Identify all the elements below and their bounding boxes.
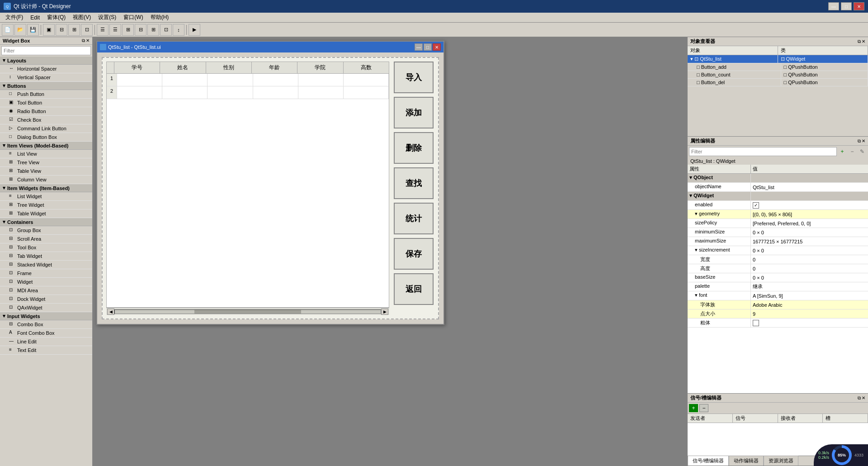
td-cell[interactable] <box>117 74 162 86</box>
menu-window[interactable]: 窗体(Q) <box>43 13 69 22</box>
import-button[interactable]: 导入 <box>394 62 434 93</box>
widget-item-tree-view[interactable]: ⊞ Tree View <box>0 158 92 167</box>
query-button[interactable]: 查找 <box>394 167 434 199</box>
widget-item-frame[interactable]: ⊡ Frame <box>0 269 92 278</box>
td-cell[interactable] <box>117 86 162 99</box>
widget-item-tool-button[interactable]: ▣ Tool Button <box>0 99 92 107</box>
obj-float-icon[interactable]: ⧉ <box>858 39 861 44</box>
tb-layout-hb[interactable]: ☰ <box>97 24 108 36</box>
td-cell[interactable] <box>208 74 253 86</box>
insp-row-main[interactable]: ▾ ⊡ QtStu_list ⊡ QWidget <box>688 55 868 63</box>
widget-item-vert-spacer[interactable]: ↕ Vertical Spacer <box>0 73 92 82</box>
menu-file[interactable]: 文件(F) <box>2 13 27 22</box>
category-input-widgets[interactable]: ▾ Input Widgets <box>0 312 92 320</box>
scroll-left-btn[interactable]: ◀ <box>107 309 114 315</box>
bold-checkbox[interactable] <box>753 320 759 326</box>
insp-row-btn-count[interactable]: □ Button_count □ QPushButton <box>688 71 868 79</box>
prop-row-minimumsize[interactable]: minimumSize 0 × 0 <box>688 228 868 237</box>
widget-item-dialog-btn-box[interactable]: □ Dialog Button Box <box>0 133 92 142</box>
widget-item-widget[interactable]: ⊡ Widget <box>0 278 92 286</box>
prop-value-field[interactable]: 0 × 0 <box>751 246 868 255</box>
title-bar-controls[interactable]: — □ ✕ <box>828 2 864 10</box>
maximize-button[interactable]: □ <box>841 2 852 10</box>
tb-layout-v[interactable]: ⊞ <box>68 24 80 36</box>
tb-layout-vb[interactable]: ☰ <box>109 24 121 36</box>
tb-preview[interactable]: ▶ <box>189 24 200 36</box>
prop-add-btn[interactable]: + <box>838 147 847 156</box>
tab-actions[interactable]: 动作编辑器 <box>729 456 764 466</box>
td-cell[interactable] <box>344 74 389 86</box>
widget-item-table-view[interactable]: ⊞ Table View <box>0 167 92 176</box>
td-cell[interactable] <box>253 74 298 86</box>
prop-float-icon[interactable]: ⧉ <box>858 138 861 144</box>
tb-grid[interactable]: ⊞ <box>122 24 134 36</box>
save-button[interactable]: 保存 <box>394 238 434 270</box>
prop-value-field[interactable]: [Preferred, Preferred, 0, 0] <box>751 219 868 228</box>
menu-view[interactable]: 视图(V) <box>69 13 94 22</box>
enabled-checkbox[interactable] <box>753 202 759 209</box>
widget-item-horiz-spacer[interactable]: ↔ Horizontal Spacer <box>0 65 92 73</box>
category-containers[interactable]: ▾ Containers <box>0 218 92 226</box>
widget-item-table-widget[interactable]: ⊞ Table Widget <box>0 209 92 218</box>
table-scrollbar[interactable]: ◀ ▶ <box>106 308 389 315</box>
insp-row-btn-add[interactable]: □ Button_add □ QPushButton <box>688 63 868 71</box>
tb-widget[interactable]: ▣ <box>43 24 55 36</box>
tb-save[interactable]: 💾 <box>27 24 39 36</box>
signal-close-icon[interactable]: ✕ <box>862 395 865 401</box>
scroll-track[interactable] <box>114 309 381 314</box>
prop-row-geometry[interactable]: ▾ geometry [(0, 0), 965 × 806] <box>688 210 868 219</box>
prop-value-field[interactable] <box>751 201 868 209</box>
tb-layout-h[interactable]: ⊟ <box>56 24 67 36</box>
widget-box-float-icon[interactable]: ⧉ <box>82 38 85 43</box>
td-cell[interactable] <box>253 86 298 99</box>
prop-close-icon[interactable]: ✕ <box>862 138 865 144</box>
prop-row-height[interactable]: 高度 0 <box>688 264 868 273</box>
widget-item-check-box[interactable]: ☑ Check Box <box>0 116 92 124</box>
sub-close-btn[interactable]: ✕ <box>433 43 441 51</box>
signal-float-icon[interactable]: ⧉ <box>858 395 861 401</box>
prop-value-field[interactable]: 0 × 0 <box>751 228 868 237</box>
signal-add-btn[interactable]: + <box>689 404 698 412</box>
prop-value-field[interactable]: A [SimSun, 9] <box>751 291 868 300</box>
menu-edit[interactable]: Edit <box>27 14 43 22</box>
widget-item-list-widget[interactable]: ≡ List Widget <box>0 192 92 201</box>
menu-settings[interactable]: 设置(S) <box>94 13 120 22</box>
signal-remove-btn[interactable]: − <box>699 404 708 412</box>
tab-resources[interactable]: 资源浏览器 <box>764 456 798 466</box>
sub-maximize-btn[interactable]: □ <box>424 43 432 51</box>
widget-item-tree-widget[interactable]: ⊞ Tree Widget <box>0 201 92 209</box>
prop-row-objectname[interactable]: objectName QtStu_list <box>688 183 868 192</box>
prop-value-field[interactable]: 0 <box>751 255 868 264</box>
tb-form[interactable]: ⊟ <box>135 24 146 36</box>
widget-item-tab-widget[interactable]: ⊟ Tab Widget <box>0 252 92 261</box>
prop-value-field[interactable]: 继承 <box>751 282 868 291</box>
prop-row-width[interactable]: 宽度 0 <box>688 255 868 264</box>
prop-filter-input[interactable] <box>689 147 837 156</box>
category-item-views[interactable]: ▾ Item Views (Model-Based) <box>0 142 92 150</box>
prop-value-field[interactable] <box>751 319 868 327</box>
td-cell[interactable] <box>208 86 253 99</box>
widget-item-command-link[interactable]: ▷ Command Link Button <box>0 124 92 133</box>
widget-item-radio-button[interactable]: ◉ Radio Button <box>0 107 92 116</box>
add-button[interactable]: 添加 <box>394 97 434 128</box>
category-layouts[interactable]: ▾ Layouts <box>0 57 92 65</box>
menu-window2[interactable]: 窗口(W) <box>120 13 146 22</box>
widget-item-font-combo-box[interactable]: A Font Combo Box <box>0 329 92 338</box>
prop-row-basesize[interactable]: baseSize 0 × 0 <box>688 273 868 282</box>
td-cell[interactable] <box>344 86 389 99</box>
sub-minimize-btn[interactable]: — <box>415 43 423 51</box>
tb-open[interactable]: 📂 <box>14 24 26 36</box>
widget-item-list-view[interactable]: ≡ List View <box>0 150 92 158</box>
back-button[interactable]: 返回 <box>394 273 434 305</box>
prop-edit-btn[interactable]: ✎ <box>858 147 867 156</box>
tb-new[interactable]: 📄 <box>2 24 14 36</box>
table-row[interactable]: 2 <box>107 86 389 99</box>
widget-item-scroll-area[interactable]: ⊟ Scroll Area <box>0 235 92 243</box>
widget-item-line-edit[interactable]: — Line Edit <box>0 338 92 346</box>
widget-item-tool-box[interactable]: ⊟ Tool Box <box>0 243 92 252</box>
obj-close-icon[interactable]: ✕ <box>862 39 865 44</box>
tb-layout-g[interactable]: ⊡ <box>81 24 93 36</box>
widget-item-combo-box[interactable]: ⊟ Combo Box <box>0 320 92 329</box>
scroll-right-btn[interactable]: ▶ <box>381 309 388 315</box>
widget-box-close-icon[interactable]: ✕ <box>86 38 90 43</box>
